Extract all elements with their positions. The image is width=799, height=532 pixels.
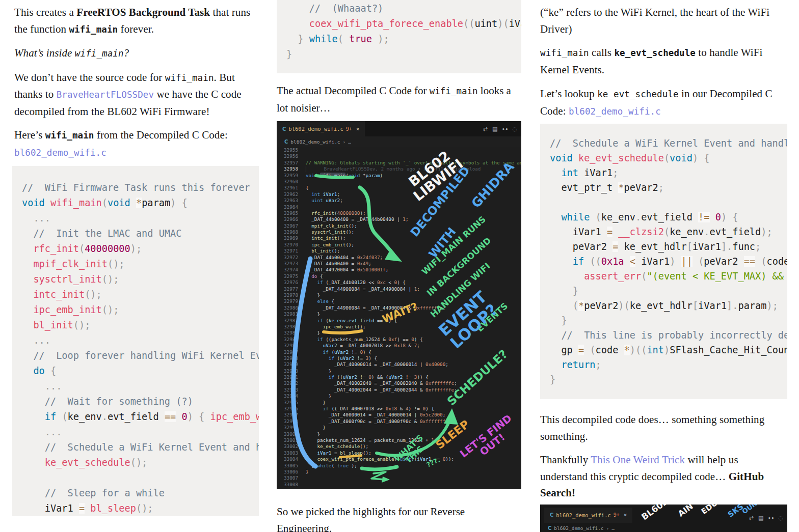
- editor-code-line: 33005 } while( true );: [277, 463, 521, 469]
- editor-code-line: 32995 }: [277, 400, 521, 406]
- text-segment: ke_evt_schedule: [614, 48, 696, 58]
- paragraph: Thankfully This One Weird Trick will hel…: [540, 452, 787, 501]
- text-segment: wifi_main: [540, 48, 589, 58]
- editor-tab[interactable]: C bl602_demo_wifi.c 9+ ×: [544, 508, 632, 523]
- editor-code-line: 32972 _DAT_44b00404 = 0x24f037;: [277, 255, 521, 261]
- editor-code-line: 32986 uVar2 = _DAT_40007018 >> 0x18 & 7;: [277, 343, 521, 349]
- open-file-icon[interactable]: ▤: [492, 126, 497, 132]
- editor-code-line: 33002 ke_evt_schedule();: [277, 443, 521, 450]
- caption: The actual Decompiled C Code for wifi_ma…: [277, 82, 521, 116]
- tab-close-icon[interactable]: ×: [356, 126, 360, 132]
- paragraph: (“ke” refers to the WiFi Kernel, the hea…: [540, 4, 787, 37]
- text-segment: Let’s lookup: [540, 88, 597, 100]
- link[interactable]: This One Weird Trick: [591, 454, 685, 466]
- editor-code-area: 329553295632957// WARNING: Globals start…: [277, 147, 521, 489]
- editor-code-line: 32967 mpif_clk_init();: [277, 223, 521, 229]
- link[interactable]: BraveHeartFLOSSDev: [57, 90, 154, 100]
- c-file-icon: C: [550, 512, 553, 518]
- editor-code-line: 32990 }: [277, 368, 521, 374]
- editor-code-line: 33007: [277, 475, 521, 481]
- editor-code-line: 32957// WARNING: Globals starting with '…: [277, 160, 521, 166]
- editor-code-line: 33001 packets_num_12624 = packets_num_12…: [277, 437, 521, 443]
- text-segment: calls: [589, 46, 615, 59]
- editor-code-line: 32968 sysctrl_init();: [277, 229, 521, 235]
- text-segment: wifi_main: [430, 86, 478, 96]
- editor-code-line: 32982 if (ke_env.evt_field == 0) {: [277, 318, 521, 324]
- text-segment: wifi_main: [69, 24, 118, 35]
- tab-close-icon[interactable]: ×: [624, 512, 627, 518]
- paragraph: What’s inside wifi_main?: [14, 45, 259, 62]
- breadcrumb-tail: …: [348, 139, 351, 145]
- text-segment: We don’t have the source code for: [14, 71, 165, 83]
- editor-code-line: 32993 _DAT_40002044 = _DAT_40002044 & 0x…: [277, 387, 521, 393]
- text-segment: FreeRTOS Background Task: [76, 6, 210, 18]
- text-segment: forever.: [118, 23, 154, 35]
- editor-code-line: 32962 int iVar1;: [277, 191, 521, 198]
- editor-code-line: 32981 }: [277, 311, 521, 317]
- editor-code-line: 32987 if (uVar2 != 0) {: [277, 349, 521, 355]
- editor-code-line: 32978 }: [277, 292, 521, 298]
- editor-code-line: 32980 _DAT_44900084 = _DAT_44900084 & 0x…: [277, 305, 521, 311]
- tab-modified-badge: 9+: [614, 512, 620, 518]
- settings-icon[interactable]: ◌: [778, 515, 783, 521]
- text-segment: This creates a: [14, 6, 76, 18]
- c-file-icon: C: [282, 126, 286, 132]
- editor-code-line: 32996 if ((_DAT_40007018 >> 0x18 & 4) !=…: [277, 406, 521, 412]
- tab-filename: bl602_demo_wifi.c: [288, 126, 343, 132]
- open-file-icon[interactable]: ▤: [758, 515, 763, 521]
- editor-code-line: 33006}: [277, 469, 521, 475]
- code-block-wifi-main: // WiFi Firmware Task runs this foreverv…: [12, 166, 259, 516]
- text-segment: (“ke” refers to the WiFi Kernel, the hea…: [540, 6, 769, 35]
- text-segment: Here’s: [14, 129, 45, 141]
- text-segment: wifi_main: [75, 48, 124, 59]
- editor-code-line: 32956: [277, 153, 521, 159]
- settings-icon[interactable]: ◌: [512, 126, 517, 132]
- c-file-icon: C: [284, 139, 288, 145]
- editor-code-line: 32975 do {: [277, 273, 521, 279]
- middle-column: // (Whaaat?) coex_wifi_pta_forece_enable…: [277, 0, 521, 532]
- editor-tab[interactable]: C bl602_demo_wifi.c 9+ ×: [277, 121, 365, 136]
- paragraph: This decompiled code does… something som…: [540, 411, 787, 444]
- breadcrumb[interactable]: C bl602_demo_wifi.c › …: [277, 136, 521, 147]
- editor-code-line: 33003 iVar1 = bl_sleep();: [277, 450, 521, 456]
- text-segment: Thankfully: [540, 454, 591, 466]
- paragraph: We don’t have the source code for wifi_m…: [14, 69, 259, 120]
- left-column: This creates a FreeRTOS Background Task …: [12, 0, 259, 516]
- tab-modified-badge: 9+: [346, 126, 352, 132]
- compare-icon[interactable]: ⊶: [502, 126, 508, 132]
- editor-code-line: 32964: [277, 204, 521, 210]
- editor-code-line: 32959void wifi_main(void *param): [277, 173, 521, 179]
- editor-actions: ⇄▤⊶◌: [483, 121, 517, 136]
- editor-code-line: 32988 if (uVar2 != 3) {: [277, 355, 521, 361]
- open-changes-icon[interactable]: ⇄: [749, 515, 754, 521]
- text-segment: The actual Decompiled C Code for: [277, 85, 430, 97]
- paragraph: Here’s wifi_main from the Decompiled C C…: [14, 127, 259, 161]
- editor-code-line: 33000 }: [277, 431, 521, 437]
- text-segment: ?: [124, 47, 129, 59]
- breadcrumb-path: bl602_demo_wifi.c: [554, 525, 603, 531]
- editor-code-line: 32997 _DAT_40000014 = _DAT_40000014 | 0x…: [277, 412, 521, 418]
- editor-code-line: 33008: [277, 482, 521, 488]
- editor-code-line: 32971 bl_init();: [277, 248, 521, 254]
- editor-tab-bar: C bl602_demo_wifi.c 9+ × ⇄▤⊶◌: [277, 121, 521, 136]
- editor-code-line: 32998 _DAT_4000f90c = _DAT_4000f90c & 0x…: [277, 418, 521, 425]
- editor-code-line: 32992 _DAT_40002040 = _DAT_40002040 & 0x…: [277, 380, 521, 386]
- editor-code-line: 32965 rfc_init(40000000);: [277, 210, 521, 216]
- editor-code-line: 32983 ipc_emb_wait();: [277, 324, 521, 330]
- vscode-screenshot-fragment: C bl602_demo_wifi.c 9+ × ⇄▤⊶◌ C bl602_de…: [540, 505, 787, 532]
- right-column: (“ke” refers to the WiFi Kernel, the hea…: [540, 0, 787, 532]
- editor-code-line: 32979 else {: [277, 298, 521, 304]
- editor-code-line: 32999 }: [277, 425, 521, 431]
- editor-code-line: 32991 if ((uVar2 != 0) && (uVar2 != 3)) …: [277, 374, 521, 380]
- open-changes-icon[interactable]: ⇄: [483, 126, 488, 132]
- editor-code-line: 32955: [277, 147, 521, 153]
- link[interactable]: bl602_demo_wifi.c: [14, 148, 106, 158]
- text-segment: from the Decompiled C Code:: [94, 129, 228, 141]
- link[interactable]: bl602_demo_wifi.c: [569, 106, 661, 117]
- compare-icon[interactable]: ⊶: [768, 515, 774, 521]
- code-block-wifi-main-end: // (Whaaat?) coex_wifi_pta_forece_enable…: [277, 0, 521, 73]
- editor-code-line: 32970 ipc_emb_init();: [277, 242, 521, 248]
- editor-code-line: 33004 coex_wifi_pta_forece_enable((uint)…: [277, 456, 521, 462]
- tab-filename: bl602_demo_wifi.c: [556, 512, 610, 518]
- text-segment: wifi_main: [165, 73, 214, 83]
